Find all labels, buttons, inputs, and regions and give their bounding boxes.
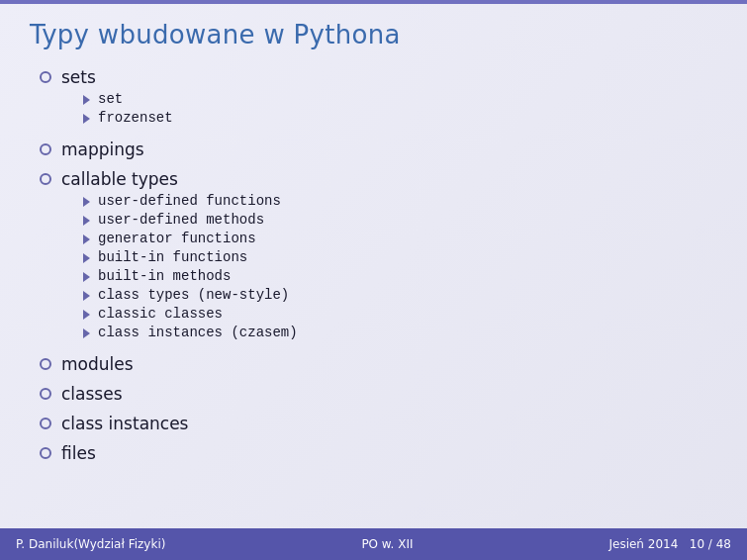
- list-item: user-defined methods: [83, 212, 298, 228]
- list-item: modules: [40, 354, 717, 374]
- list-item: set: [83, 91, 173, 107]
- list-item: class types (new-style): [83, 287, 298, 303]
- bullet-circle-icon: [40, 447, 51, 459]
- list-item: mappings: [40, 140, 717, 159]
- bullet-circle-icon: [40, 388, 51, 400]
- footer-author: P. Daniluk(Wydział Fizyki): [16, 537, 165, 551]
- list-item: classic classes: [83, 306, 298, 322]
- subitem-label: generator functions: [98, 231, 256, 246]
- item-label: class instances: [61, 414, 188, 433]
- footer-page: Jesień 2014 10 / 48: [608, 537, 731, 551]
- bullet-circle-icon: [40, 358, 51, 370]
- arrow-icon: [83, 272, 90, 282]
- arrow-icon: [83, 114, 90, 124]
- list-item: files: [40, 443, 717, 463]
- arrow-icon: [83, 291, 90, 301]
- item-label: classes: [61, 384, 123, 404]
- item-label: files: [61, 443, 96, 463]
- bullet-circle-icon: [40, 71, 51, 83]
- arrow-icon: [83, 310, 90, 320]
- list-item: frozenset: [83, 110, 173, 126]
- subitem-label: built-in functions: [98, 249, 247, 265]
- item-label: modules: [61, 354, 134, 374]
- list-item: generator functions: [83, 231, 298, 246]
- slide: Typy wbudowane w Pythona sets set frozen…: [0, 0, 747, 560]
- arrow-icon: [83, 197, 90, 207]
- arrow-icon: [83, 95, 90, 105]
- arrow-icon: [83, 234, 90, 244]
- subitem-label: user-defined methods: [98, 212, 264, 228]
- list-item: built-in functions: [83, 249, 298, 265]
- subitem-label: built-in methods: [98, 268, 231, 284]
- item-label: callable types: [61, 169, 178, 189]
- arrow-icon: [83, 216, 90, 226]
- list-item: class instances (czasem): [83, 325, 298, 340]
- subitem-label: frozenset: [98, 110, 173, 126]
- bullet-circle-icon: [40, 418, 51, 429]
- bullet-circle-icon: [40, 143, 51, 155]
- list-item: user-defined functions: [83, 193, 298, 209]
- list-item: built-in methods: [83, 268, 298, 284]
- bullet-circle-icon: [40, 173, 51, 185]
- subitem-list: set frozenset: [83, 91, 173, 126]
- slide-footer: P. Daniluk(Wydział Fizyki) PO w. XII Jes…: [0, 528, 747, 560]
- list-item: classes: [40, 384, 717, 404]
- item-label: mappings: [61, 140, 144, 159]
- list-item: class instances: [40, 414, 717, 433]
- arrow-icon: [83, 328, 90, 338]
- subitem-label: class instances (czasem): [98, 325, 298, 340]
- subitem-list: user-defined functions user-defined meth…: [83, 193, 298, 340]
- subitem-label: user-defined functions: [98, 193, 281, 209]
- arrow-icon: [83, 253, 90, 263]
- subitem-label: set: [98, 91, 123, 107]
- subitem-label: class types (new-style): [98, 287, 289, 303]
- top-border: [0, 0, 747, 4]
- footer-course: PO w. XII: [361, 537, 413, 551]
- list-item: callable types user-defined functions us…: [40, 169, 717, 344]
- list-item: sets set frozenset: [40, 67, 717, 130]
- item-label: sets: [61, 67, 96, 87]
- subitem-label: classic classes: [98, 306, 223, 322]
- slide-title: Typy wbudowane w Pythona: [30, 20, 717, 49]
- slide-content: sets set frozenset mappings: [30, 67, 717, 463]
